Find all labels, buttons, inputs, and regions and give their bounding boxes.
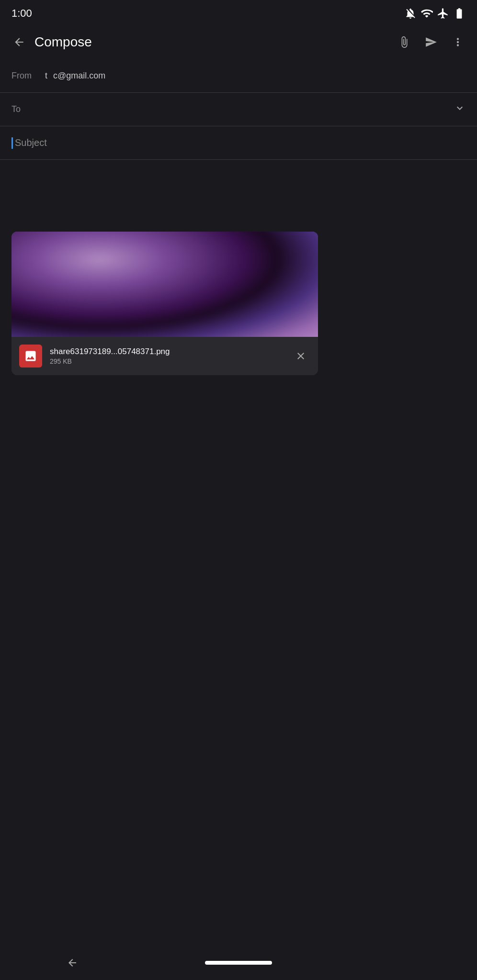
compose-body[interactable] [0, 160, 477, 232]
send-button[interactable] [420, 31, 443, 54]
subject-placeholder: Subject [15, 137, 47, 148]
chevron-down-icon [454, 102, 466, 114]
to-label: To [11, 104, 45, 114]
subject-field[interactable]: Subject [0, 126, 477, 160]
attachment-preview-image [11, 232, 318, 337]
airplane-icon [437, 7, 449, 20]
app-bar-actions [393, 31, 469, 54]
status-time: 1:00 [11, 7, 32, 20]
attach-icon [398, 36, 410, 48]
expand-recipients-button[interactable] [454, 102, 466, 116]
to-field[interactable]: To [0, 93, 477, 126]
compose-fields: From t c@gmail.com To Subject [0, 59, 477, 160]
account-initial: t [45, 71, 47, 81]
attachment-info: share631973189...05748371.png 295 KB [11, 337, 318, 375]
nav-bar [0, 946, 477, 980]
status-icons [404, 7, 466, 20]
app-bar: Compose [0, 25, 477, 59]
nav-back-icon [67, 957, 78, 969]
home-pill[interactable] [205, 961, 272, 965]
attachment-file-icon [19, 345, 42, 368]
attachment-size: 295 KB [50, 357, 291, 365]
close-icon [295, 350, 307, 362]
attachment-details: share631973189...05748371.png 295 KB [50, 347, 291, 365]
battery-icon [453, 7, 466, 20]
text-cursor [11, 137, 13, 149]
attachment-filename: share631973189...05748371.png [50, 347, 291, 356]
back-button[interactable] [8, 31, 31, 54]
from-label: From [11, 71, 45, 81]
from-field[interactable]: From t c@gmail.com [0, 59, 477, 93]
page-title: Compose [34, 34, 393, 50]
system-back-button[interactable] [61, 951, 84, 974]
back-arrow-icon [13, 36, 25, 48]
more-options-button[interactable] [446, 31, 469, 54]
from-email: c@gmail.com [53, 71, 105, 81]
image-icon [24, 349, 37, 363]
attachment-container: share631973189...05748371.png 295 KB [11, 232, 318, 375]
notification-muted-icon [404, 7, 417, 20]
wifi-icon [420, 7, 433, 20]
remove-attachment-button[interactable] [291, 346, 310, 366]
status-bar: 1:00 [0, 0, 477, 25]
send-icon [425, 36, 437, 48]
attach-button[interactable] [393, 31, 416, 54]
more-vert-icon [452, 36, 464, 48]
